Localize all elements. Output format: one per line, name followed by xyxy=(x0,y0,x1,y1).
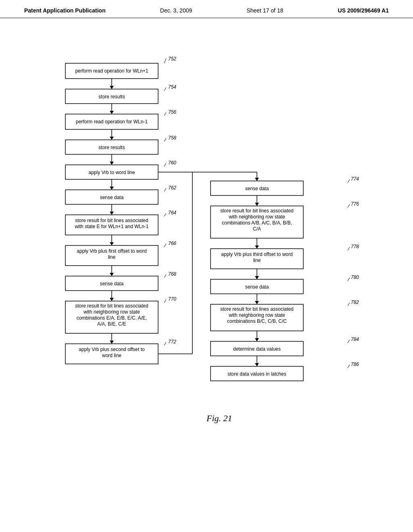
text-782a: store result for bit lines associated xyxy=(220,306,293,312)
label-line-762 xyxy=(164,188,166,191)
arrowhead-770-772 xyxy=(110,341,114,344)
label-786: 786 xyxy=(351,362,359,367)
arrowhead-776-778 xyxy=(255,245,259,249)
text-772b: word line xyxy=(102,353,121,358)
label-line-768 xyxy=(164,274,166,278)
arrowhead-784-786 xyxy=(255,363,259,366)
header-publication-label: Patent Application Publication xyxy=(24,7,106,14)
label-766: 766 xyxy=(168,241,176,246)
label-756: 756 xyxy=(168,109,176,115)
header-sheet: Sheet 17 of 18 xyxy=(246,7,283,14)
label-782: 782 xyxy=(351,299,359,305)
label-780: 780 xyxy=(351,274,359,280)
main-content: 752 perform read operation for WLn+1 754… xyxy=(0,18,413,498)
text-758: store results xyxy=(98,145,125,150)
label-758: 758 xyxy=(168,135,176,141)
label-line-770 xyxy=(164,299,166,303)
label-line-756 xyxy=(164,112,166,116)
text-776c: combinations A/B, A/C, B/A, B/B, xyxy=(222,220,292,226)
label-774: 774 xyxy=(351,176,359,182)
text-782b: with neighboring row state xyxy=(228,312,285,318)
label-768: 768 xyxy=(168,271,176,277)
text-770b: with neighboring row state xyxy=(83,309,140,315)
label-784: 784 xyxy=(351,337,359,342)
arrowhead-connector-top xyxy=(255,178,259,181)
figure-caption: Fig. 21 xyxy=(206,413,232,423)
label-778: 778 xyxy=(351,244,359,249)
label-line-772 xyxy=(164,342,166,345)
label-754: 754 xyxy=(168,84,176,90)
label-line-782 xyxy=(348,303,350,306)
text-772a: apply Vrb plus second offset to xyxy=(79,347,145,352)
text-754: store results xyxy=(98,94,125,100)
page-header: Patent Application Publication Dec. 3, 2… xyxy=(0,0,413,18)
text-760: apply Vrb to word line xyxy=(89,170,135,175)
label-752: 752 xyxy=(168,56,176,62)
arrowhead-758-760 xyxy=(110,162,114,165)
text-766b: line xyxy=(108,254,116,260)
text-770d: A/A, B/E, C/E xyxy=(97,321,126,327)
text-776b: with neighboring row state xyxy=(228,214,285,220)
text-780: sense data xyxy=(245,284,269,290)
arrowhead-754-756 xyxy=(110,111,114,114)
arrowhead-774-776 xyxy=(255,203,259,206)
arrowhead-766-768 xyxy=(110,273,114,276)
text-770a: store result for bit lines associated xyxy=(75,303,148,309)
label-line-760 xyxy=(164,163,166,166)
label-line-784 xyxy=(348,340,350,343)
arrowhead-752-754 xyxy=(110,86,114,89)
header-date: Dec. 3, 2009 xyxy=(160,7,192,14)
text-776a: store result for bit lines associated xyxy=(220,208,293,214)
text-764b: with state E for WLn+1 and WLn-1 xyxy=(74,224,148,229)
text-770c: combinations E/A, E/B, E/C, A/E, xyxy=(77,315,147,321)
arrowhead-762-764 xyxy=(110,212,114,215)
label-770: 770 xyxy=(168,296,176,302)
text-786: store data values in latches xyxy=(227,371,286,377)
label-line-752 xyxy=(164,58,166,63)
arrowhead-780-782 xyxy=(255,301,259,304)
label-line-776 xyxy=(348,204,350,208)
label-772: 772 xyxy=(168,339,176,345)
label-line-778 xyxy=(348,247,350,250)
label-764: 764 xyxy=(168,210,176,216)
text-764a: store result for bit lines associated xyxy=(75,218,148,223)
label-762: 762 xyxy=(168,185,176,191)
arrowhead-756-758 xyxy=(110,137,114,140)
label-line-758 xyxy=(164,138,166,141)
flowchart-svg: 752 perform read operation for WLn+1 754… xyxy=(25,38,388,482)
text-778a: apply Vrb plus third offset to word xyxy=(221,251,292,257)
label-line-774 xyxy=(348,179,350,183)
text-778b: line xyxy=(253,258,261,263)
header-patent-number: US 2009/296469 A1 xyxy=(338,7,389,14)
text-782c: combinations B/C, C/B, C/C xyxy=(227,318,287,324)
text-756: perform read operation for WLn-1 xyxy=(76,119,148,125)
text-752: perform read operation for WLn+1 xyxy=(75,68,148,74)
arrowhead-768-770 xyxy=(110,298,114,301)
arrowhead-778-780 xyxy=(255,276,259,279)
label-line-786 xyxy=(348,365,350,368)
label-776: 776 xyxy=(351,201,359,207)
text-776d: C/A xyxy=(253,226,261,232)
arrowhead-782-784 xyxy=(255,338,259,341)
text-774: sense data xyxy=(245,186,269,191)
label-line-780 xyxy=(348,278,350,281)
arrowhead-760-762 xyxy=(110,187,114,190)
text-766a: apply Vrb plus first offset to word xyxy=(77,248,146,254)
text-784: determine data values xyxy=(233,346,281,352)
label-line-754 xyxy=(164,87,166,91)
label-line-766 xyxy=(164,244,166,247)
label-760: 760 xyxy=(168,160,176,166)
text-768: sense data xyxy=(100,281,124,287)
arrowhead-764-766 xyxy=(110,242,114,245)
text-762: sense data xyxy=(100,195,124,200)
label-line-764 xyxy=(164,213,166,216)
